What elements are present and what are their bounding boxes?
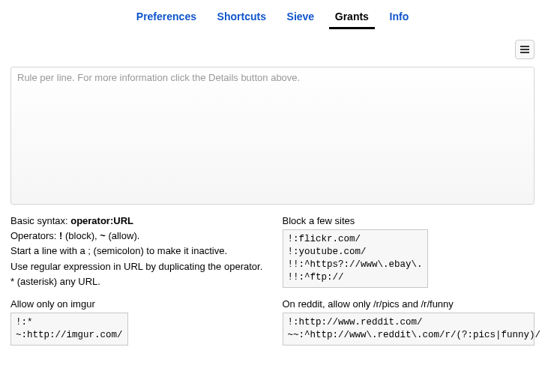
syntax-line: Basic syntax: operator:URL <box>10 214 263 228</box>
svg-rect-1 <box>520 49 529 50</box>
semicolon-line: Start a line with a ; (semicolon) to mak… <box>10 244 263 258</box>
help-row-1: Basic syntax: operator:URL Operators: ! … <box>10 214 535 290</box>
example-block-title: Block a few sites <box>283 214 535 228</box>
tab-info[interactable]: Info <box>384 7 415 27</box>
tab-preferences[interactable]: Preferences <box>130 7 202 27</box>
details-menu-button[interactable] <box>515 40 535 59</box>
asterisk-line: * (asterisk) any URL. <box>10 275 263 289</box>
hamburger-icon <box>520 46 529 53</box>
toolbar <box>0 29 545 59</box>
op-allow-suffix: (allow). <box>106 230 140 241</box>
rules-input[interactable] <box>10 67 535 205</box>
op-allow: ~ <box>100 230 106 241</box>
tab-bar: Preferences Shortcuts Sieve Grants Info <box>0 0 545 29</box>
example-imgur-code: !:* ~:http://imgur.com/ <box>10 313 128 346</box>
svg-rect-0 <box>520 46 529 47</box>
example-reddit: On reddit, allow only /r/pics and /r/fun… <box>283 298 535 346</box>
operators-line: Operators: ! (block), ~ (allow). <box>10 229 263 243</box>
tab-shortcuts[interactable]: Shortcuts <box>211 7 272 27</box>
syntax-value: operator:URL <box>70 215 133 226</box>
example-block-sites: Block a few sites !:flickr.com/ !:youtub… <box>283 214 535 290</box>
example-imgur-title: Allow only on imgur <box>10 298 263 311</box>
example-imgur: Allow only on imgur !:* ~:http://imgur.c… <box>10 298 263 346</box>
example-reddit-code: !:http://www.reddit.com/ ~~:^http://www\… <box>283 313 535 346</box>
tab-grants[interactable]: Grants <box>329 7 375 29</box>
example-reddit-title: On reddit, allow only /r/pics and /r/fun… <box>283 298 535 311</box>
op-block-suffix: (block), <box>62 230 100 241</box>
help-syntax: Basic syntax: operator:URL Operators: ! … <box>10 214 263 290</box>
example-block-code: !:flickr.com/ !:youtube.com/ !!:^https?:… <box>283 229 428 288</box>
tab-sieve[interactable]: Sieve <box>281 7 321 27</box>
regex-line: Use regular expression in URL by duplica… <box>10 260 263 274</box>
content-area: Basic syntax: operator:URL Operators: ! … <box>0 59 545 356</box>
operators-prefix: Operators: <box>10 230 59 241</box>
syntax-label: Basic syntax: <box>10 215 70 226</box>
svg-rect-2 <box>520 52 529 53</box>
help-row-2: Allow only on imgur !:* ~:http://imgur.c… <box>10 298 535 346</box>
